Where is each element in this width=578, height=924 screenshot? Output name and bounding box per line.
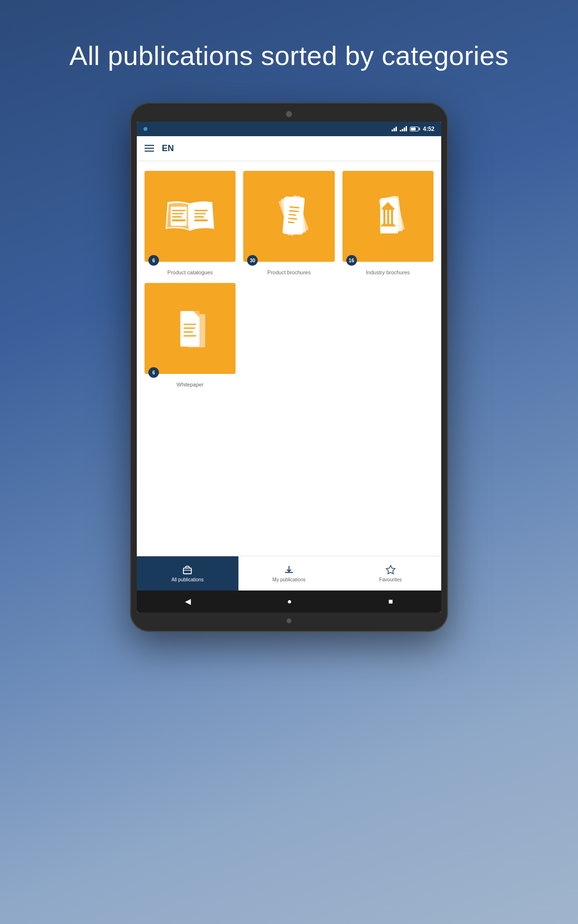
- svg-rect-26: [382, 208, 394, 210]
- svg-rect-1: [172, 219, 186, 221]
- badge-whitepaper: 6: [148, 367, 159, 378]
- badge-product-catalogues: 6: [148, 255, 159, 266]
- bottom-nav: All publications My publications Favouri…: [137, 556, 441, 590]
- status-bar: 4:52: [137, 122, 441, 136]
- system-home-button[interactable]: ●: [287, 597, 292, 606]
- svg-rect-34: [184, 323, 197, 325]
- svg-rect-4: [172, 210, 186, 211]
- app-bar: EN: [137, 136, 441, 161]
- hamburger-menu-button[interactable]: [144, 145, 154, 152]
- svg-rect-9: [195, 210, 208, 211]
- svg-rect-24: [387, 210, 389, 224]
- camera: [286, 111, 292, 117]
- svg-rect-6: [195, 219, 208, 221]
- category-grid: 6 Product catalogues: [144, 171, 434, 388]
- label-whitepaper: Whitepaper: [177, 382, 204, 387]
- category-item-whitepaper[interactable]: 6 Whitepaper: [144, 283, 236, 387]
- status-time: 4:52: [423, 126, 434, 132]
- svg-rect-2: [172, 216, 182, 218]
- label-industry-brochures: Industry brochures: [366, 270, 410, 275]
- wifi-icon: [392, 127, 397, 131]
- tablet-frame: 4:52 EN: [130, 103, 448, 632]
- nav-label-my-publications: My publications: [273, 577, 306, 582]
- status-right: 4:52: [392, 126, 434, 132]
- category-item-product-catalogues[interactable]: 6 Product catalogues: [144, 171, 236, 275]
- badge-product-brochures: 30: [247, 255, 258, 266]
- nav-label-all-publications: All publications: [171, 577, 204, 582]
- svg-rect-36: [184, 331, 193, 333]
- category-thumb-product-brochures: 30: [243, 171, 334, 262]
- category-item-industry-brochures[interactable]: 16 Industry brochures: [342, 171, 434, 275]
- svg-rect-35: [184, 327, 195, 329]
- main-content: 6 Product catalogues: [137, 161, 441, 556]
- svg-rect-8: [195, 213, 206, 215]
- label-product-catalogues: Product catalogues: [168, 270, 213, 275]
- nav-label-favourites: Favourites: [379, 577, 402, 582]
- svg-rect-37: [184, 335, 197, 336]
- category-thumb-whitepaper: 6: [144, 283, 236, 374]
- svg-rect-29: [381, 225, 395, 227]
- tablet-bottom-dot: [287, 618, 291, 623]
- svg-rect-38: [184, 568, 192, 574]
- battery-icon: [410, 127, 420, 131]
- system-back-button[interactable]: ◀: [185, 597, 191, 606]
- status-left: [144, 127, 147, 131]
- app-bar-language: EN: [162, 143, 174, 154]
- svg-rect-7: [195, 216, 204, 218]
- svg-rect-28: [382, 224, 394, 225]
- nav-all-publications[interactable]: All publications: [137, 556, 238, 590]
- system-nav: ◀ ● ■: [137, 590, 441, 613]
- category-thumb-industry-brochures: 16: [342, 171, 434, 262]
- system-recents-button[interactable]: ■: [388, 597, 393, 606]
- label-product-brochures: Product brochures: [267, 270, 311, 275]
- screen: 4:52 EN: [137, 122, 441, 613]
- category-thumb-product-catalogues: 6: [144, 171, 236, 262]
- badge-industry-brochures: 16: [346, 255, 357, 266]
- svg-rect-23: [383, 210, 385, 224]
- signal-icon: [400, 126, 407, 131]
- svg-rect-25: [391, 210, 393, 224]
- nav-favourites[interactable]: Favourites: [340, 556, 441, 590]
- svg-rect-3: [172, 213, 184, 215]
- page-title: All publications sorted by categories: [31, 38, 547, 74]
- notification-dot: [144, 127, 147, 131]
- nav-my-publications[interactable]: My publications: [238, 556, 340, 590]
- category-item-product-brochures[interactable]: 30 Product brochures: [243, 171, 334, 275]
- svg-rect-10: [188, 205, 192, 227]
